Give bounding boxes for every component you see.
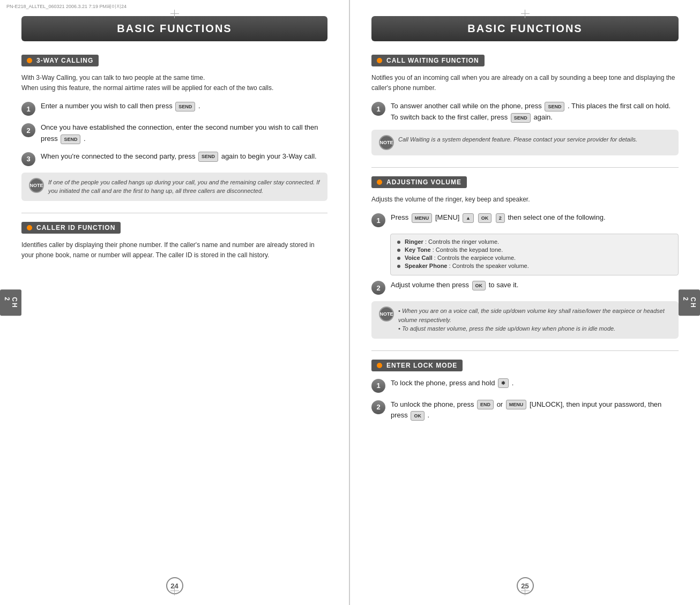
nav-btn3: 2 xyxy=(496,213,505,223)
left-side-tab: CH2 xyxy=(0,289,21,316)
enterlock-step-2: 2 To unlock the phone, press END or MENU… xyxy=(371,399,679,422)
bullet-voicecall: Voice Call : Controls the earpiece volum… xyxy=(397,255,672,261)
bullet-speakerphone: Speaker Phone : Controls the speaker vol… xyxy=(397,263,672,269)
3way-note: NOTE If one of the people you called han… xyxy=(21,173,327,201)
step-num-1: 1 xyxy=(21,102,35,116)
3way-description: With 3-Way Calling, you can talk to two … xyxy=(21,73,327,93)
volume-bullet-list: Ringer : Controls the ringer volume. Key… xyxy=(390,234,679,275)
el-step-text-2: To unlock the phone, press END or MENU [… xyxy=(391,399,679,422)
section-title-adjustvol: ADJUSTING VOLUME xyxy=(371,176,467,188)
bullet-keytone: Key Tone : Controls the keypad tone. xyxy=(397,247,672,253)
adjustvol-step-1: 1 Press MENU [MENU] ▲ OK 2 then select o… xyxy=(371,212,679,227)
nav-btn2: OK xyxy=(478,213,492,223)
dot-callwaiting xyxy=(377,58,382,63)
divider-3 xyxy=(371,350,679,351)
dot-enterlock xyxy=(377,363,382,368)
av-step-num-1: 1 xyxy=(371,213,385,227)
divider-1 xyxy=(21,213,327,213)
send-button-icon-2: SEND xyxy=(61,135,80,144)
menu-btn-unlock: MENU xyxy=(506,400,527,409)
cw-step-num-1: 1 xyxy=(371,102,385,116)
bullet-dot-1 xyxy=(397,241,400,244)
left-section-header: BASIC FUNCTIONS xyxy=(21,16,327,41)
note-icon-av: NOTE xyxy=(379,307,394,322)
note-text-av: • When you are on a voice call, the side… xyxy=(398,307,671,333)
step-text-3: When you're connected to the second part… xyxy=(41,151,327,162)
star-btn: ✱ xyxy=(498,378,509,388)
callerid-description: Identifies caller by displaying their ph… xyxy=(21,240,327,260)
section-title-callerid: CALLER ID FUNCTION xyxy=(21,222,121,234)
bullet-dot-2 xyxy=(397,249,400,252)
step-text-2: Once you have established the connection… xyxy=(41,122,327,145)
divider-2 xyxy=(371,167,679,168)
bullet-dot-3 xyxy=(397,257,400,260)
right-page: BASIC FUNCTIONS CALL WAITING FUNCTION No… xyxy=(350,0,700,605)
section-callerid: CALLER ID FUNCTION Identifies caller by … xyxy=(21,222,327,260)
callwaiting-step-1: 1 To answer another call while on the ph… xyxy=(371,101,679,123)
section-title-callwaiting: CALL WAITING FUNCTION xyxy=(371,55,485,66)
menu-btn: MENU xyxy=(412,213,433,223)
crosshair-bottom-right xyxy=(521,587,530,595)
callwaiting-description: Notifies you of an incoming call when yo… xyxy=(371,73,679,93)
adjustvol-step-2: 2 Adjust volume then press OK to save it… xyxy=(371,280,679,295)
section-title-3way: 3-WAY CALLING xyxy=(21,55,99,66)
right-section-header: BASIC FUNCTIONS xyxy=(371,16,679,41)
right-side-tab: CH2 xyxy=(679,289,700,316)
section-callwaiting: CALL WAITING FUNCTION Notifies you of an… xyxy=(371,55,679,155)
section-title-enterlock: ENTER LOCK MODE xyxy=(371,360,463,371)
dot-3way xyxy=(27,58,32,63)
send-button-icon: SEND xyxy=(175,102,195,111)
note-text-3way: If one of the people you called hangs up… xyxy=(48,178,320,196)
3way-step-2: 2 Once you have established the connecti… xyxy=(21,122,327,145)
step-text-1: Enter a number you wish to call then pre… xyxy=(41,101,327,112)
cw-step-text-1: To answer another call while on the phon… xyxy=(391,101,679,123)
send-btn-cw2: SEND xyxy=(511,113,531,123)
crosshair-top-right xyxy=(521,10,530,18)
step-num-3: 3 xyxy=(21,152,35,166)
left-page: PN-E218_ALLTEL_060321 2006.3.21 7:19 PM페… xyxy=(0,0,350,605)
enterlock-step-1: 1 To lock the phone, press and hold ✱ . xyxy=(371,378,679,393)
bullet-dot-4 xyxy=(397,265,400,268)
note-icon-cw: NOTE xyxy=(379,135,394,150)
av-step-num-2: 2 xyxy=(371,281,385,295)
page-spread: PN-E218_ALLTEL_060321 2006.3.21 7:19 PM페… xyxy=(0,0,700,605)
av-step-text-1: Press MENU [MENU] ▲ OK 2 then select one… xyxy=(391,212,679,223)
nav-btn1: ▲ xyxy=(463,213,474,223)
send-btn-cw: SEND xyxy=(545,102,564,111)
dot-callerid xyxy=(27,225,32,230)
3way-step-1: 1 Enter a number you wish to call then p… xyxy=(21,101,327,116)
callwaiting-note: NOTE Call Waiting is a system dependent … xyxy=(371,130,679,155)
adjustvol-description: Adjusts the volume of the ringer, key be… xyxy=(371,195,679,205)
note-icon-3way: NOTE xyxy=(29,178,44,193)
header-meta: PN-E218_ALLTEL_060321 2006.3.21 7:19 PM페… xyxy=(6,3,126,10)
crosshair-top-left xyxy=(170,10,179,18)
av-step-text-2: Adjust volume then press OK to save it. xyxy=(391,280,679,291)
el-step-text-1: To lock the phone, press and hold ✱ . xyxy=(391,378,679,389)
bullet-ringer: Ringer : Controls the ringer volume. xyxy=(397,238,672,245)
note-text-cw: Call Waiting is a system dependent featu… xyxy=(398,135,637,144)
adjustvol-note: NOTE • When you are on a voice call, the… xyxy=(371,301,679,339)
dot-adjustvol xyxy=(377,180,382,185)
3way-step-3: 3 When you're connected to the second pa… xyxy=(21,151,327,166)
send-button-icon-3: SEND xyxy=(198,152,218,161)
el-step-num-1: 1 xyxy=(371,379,385,393)
ok-btn: OK xyxy=(472,281,486,290)
step-num-2: 2 xyxy=(21,123,35,137)
section-enterlock: ENTER LOCK MODE 1 To lock the phone, pre… xyxy=(371,360,679,422)
crosshair-bottom-left xyxy=(170,587,179,595)
section-3way: 3-WAY CALLING With 3-Way Calling, you ca… xyxy=(21,55,327,201)
el-step-num-2: 2 xyxy=(371,400,385,414)
end-btn: END xyxy=(477,400,494,409)
section-adjustvol: ADJUSTING VOLUME Adjusts the volume of t… xyxy=(371,176,679,339)
ok-btn-unlock: OK xyxy=(411,411,425,421)
